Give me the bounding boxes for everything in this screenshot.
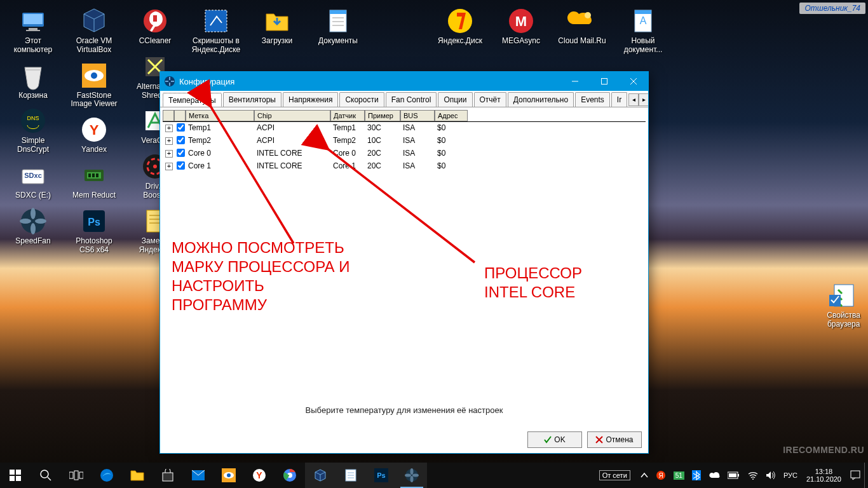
- desktop-icon[interactable]: Яндекс.Диск: [431, 5, 489, 47]
- table-row[interactable]: +Core 1INTEL CORECore 120CISA$0: [163, 160, 646, 173]
- tray-onedrive[interactable]: [705, 463, 724, 488]
- tray-badge[interactable]: 51: [670, 463, 688, 488]
- header-sample[interactable]: Пример: [365, 110, 400, 121]
- tray-chevron[interactable]: [637, 463, 652, 488]
- taskbar-chrome[interactable]: [275, 463, 305, 488]
- taskbar-speedfan[interactable]: [397, 463, 427, 488]
- tab-ir[interactable]: Ir: [611, 92, 627, 107]
- expand-icon[interactable]: +: [165, 163, 173, 170]
- desktop-icon[interactable]: DNSSimple DnsCrypt: [4, 105, 62, 156]
- maximize-button[interactable]: [590, 72, 619, 91]
- tray-yandex[interactable]: Я: [652, 463, 670, 488]
- minimize-button[interactable]: [560, 72, 590, 91]
- task-view-button[interactable]: [61, 463, 92, 488]
- header-chip[interactable]: Chip: [254, 110, 330, 121]
- taskbar-explorer[interactable]: [122, 463, 153, 488]
- expand-icon[interactable]: +: [165, 125, 173, 132]
- taskbar-yandex[interactable]: Y: [244, 463, 275, 488]
- svg-rect-62: [10, 476, 15, 481]
- tray-battery[interactable]: [724, 463, 744, 488]
- taskbar-mail[interactable]: [183, 463, 214, 488]
- desktop-icon[interactable]: AНовый документ...: [614, 5, 672, 56]
- cell-addr: $0: [435, 122, 468, 135]
- svg-point-74: [227, 473, 231, 477]
- tray-lang[interactable]: РУС: [780, 463, 801, 488]
- row-checkbox[interactable]: [177, 149, 185, 157]
- search-button[interactable]: [31, 463, 61, 488]
- desktop-icon[interactable]: SDxcSDXC (E:): [4, 159, 62, 201]
- desktop-icon[interactable]: Скриншоты в Яндекс.Диске: [187, 5, 245, 56]
- desktop-icon[interactable]: PsPhotoshop CS6 x64: [65, 205, 123, 256]
- desktop-icon-label: Свойства браузера: [827, 311, 860, 329]
- ok-button[interactable]: OK: [527, 431, 582, 448]
- clock-time: 13:18: [815, 468, 833, 475]
- tray-power-label[interactable]: От сети: [595, 463, 637, 488]
- taskbar-virtualbox[interactable]: [305, 463, 336, 488]
- row-checkbox[interactable]: [177, 161, 185, 170]
- taskbar-faststone[interactable]: [214, 463, 244, 488]
- username-badge: Отшельник_74: [799, 3, 865, 14]
- desktop-icon[interactable]: Корзина: [4, 60, 62, 102]
- taskbar-notepad[interactable]: [336, 463, 366, 488]
- desktop-icon[interactable]: SpeedFan: [4, 205, 62, 247]
- row-checkbox[interactable]: [177, 136, 185, 144]
- desktop-icon[interactable]: Oracle VM VirtualBox: [65, 5, 123, 56]
- tray-network[interactable]: [744, 463, 762, 488]
- desktop-icon[interactable]: YYandex: [65, 114, 123, 156]
- desktop-icon-label: Новый документ...: [624, 37, 663, 55]
- desktop-icon[interactable]: FastStone Image Viewer: [65, 60, 123, 111]
- taskbar: Y Ps От сети Я 51 РУС 13:18 21.10.2020: [0, 463, 868, 488]
- tab-скорости[interactable]: Скорости: [339, 92, 384, 107]
- desktop-icon[interactable]: Этот компьютер: [4, 5, 62, 56]
- desktop-icon[interactable]: MMEGAsync: [492, 5, 550, 47]
- header-label[interactable]: Метка: [186, 110, 254, 121]
- svg-rect-47: [635, 10, 651, 14]
- show-desktop[interactable]: [864, 463, 868, 488]
- tray-volume[interactable]: [762, 463, 780, 488]
- tab-scroll-left[interactable]: ◂: [628, 93, 639, 106]
- table-row[interactable]: +Temp2ACPITemp210CISA$0: [163, 135, 646, 147]
- tab-опции[interactable]: Опции: [438, 92, 472, 107]
- desktop-icon[interactable]: Документы: [309, 5, 367, 47]
- tray-clock[interactable]: 13:18 21.10.2020: [801, 463, 846, 488]
- expand-icon[interactable]: +: [165, 150, 173, 158]
- cancel-button[interactable]: Отмена: [587, 431, 642, 448]
- tab-температуры[interactable]: Температуры: [163, 93, 222, 107]
- close-button[interactable]: [619, 72, 648, 91]
- tab-дополнительно[interactable]: Дополнительно: [508, 92, 574, 107]
- start-button[interactable]: [0, 463, 31, 488]
- svg-point-89: [412, 474, 419, 477]
- desktop-icon[interactable]: Cloud Mail.Ru: [553, 5, 611, 47]
- tab-fan control[interactable]: Fan Control: [386, 92, 437, 107]
- cell-sensor: Core 1: [330, 160, 365, 173]
- desktop-icon[interactable]: Загрузки: [248, 5, 306, 47]
- svg-rect-20: [88, 173, 91, 177]
- taskbar-store[interactable]: [153, 463, 183, 488]
- header-bus[interactable]: BUS: [400, 110, 435, 121]
- table-row[interactable]: +Core 0INTEL CORECore 020CISA$0: [163, 147, 646, 160]
- expand-icon[interactable]: +: [165, 137, 173, 145]
- tab-отчёт[interactable]: Отчёт: [474, 92, 506, 107]
- titlebar[interactable]: Конфигурация: [160, 72, 648, 91]
- desktop-icon[interactable]: Mem Reduct: [65, 159, 123, 201]
- tab-вентиляторы[interactable]: Вентиляторы: [223, 92, 281, 107]
- tab-scroll-right[interactable]: ▸: [639, 93, 648, 106]
- header-addr[interactable]: Адрес: [435, 110, 468, 121]
- desktop-icon[interactable]: CCleaner: [126, 5, 184, 47]
- desktop-icon[interactable]: Свойства браузера: [825, 280, 862, 330]
- row-checkbox[interactable]: [177, 123, 185, 132]
- svg-rect-38: [330, 10, 346, 14]
- tray-bluetooth[interactable]: [688, 463, 705, 488]
- cell-bus: ISA: [400, 122, 435, 135]
- header-sensor[interactable]: Датчик: [330, 110, 365, 121]
- taskbar-photoshop[interactable]: Ps: [366, 463, 397, 488]
- tray-notifications[interactable]: [846, 463, 864, 488]
- tab-events[interactable]: Events: [575, 92, 610, 107]
- svg-rect-26: [153, 15, 157, 22]
- clock-date: 21.10.2020: [806, 475, 841, 483]
- taskbar-edge[interactable]: [92, 463, 122, 488]
- cell-label: Temp1: [186, 122, 254, 135]
- table-row[interactable]: +Temp1ACPITemp130CISA$0: [163, 122, 646, 135]
- tab-напряжения[interactable]: Напряжения: [283, 92, 338, 107]
- cell-bus: ISA: [400, 160, 435, 173]
